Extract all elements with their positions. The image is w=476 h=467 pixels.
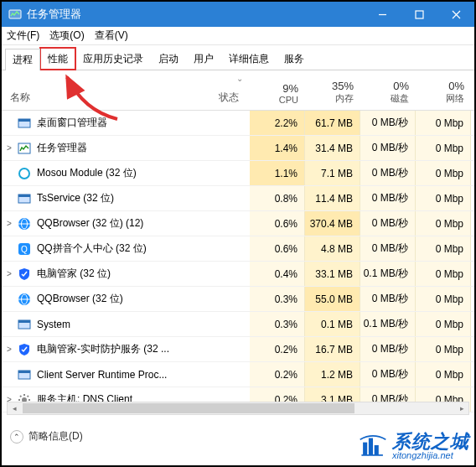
net-pct: 0% xyxy=(416,80,464,92)
mem-cell: 1.2 MB xyxy=(305,362,360,387)
mem-cell: 61.7 MB xyxy=(305,111,360,135)
net-cell: 0 Mbp xyxy=(416,337,471,361)
table-row[interactable]: Client Server Runtime Proc...0.2%1.2 MB0… xyxy=(2,362,474,387)
col-network[interactable]: 0% 网络 xyxy=(416,76,471,110)
table-row[interactable]: >QQBrowser (32 位) (12)0.6%370.4 MB0 MB/秒… xyxy=(2,211,474,236)
menu-view[interactable]: 查看(V) xyxy=(95,29,128,43)
process-icon xyxy=(17,292,32,307)
svg-text:Q: Q xyxy=(21,245,28,254)
process-name: TsService (32 位) xyxy=(37,191,114,205)
table-row[interactable]: QQBrowser (32 位)0.3%55.0 MB0 MB/秒0 Mbp xyxy=(2,287,474,312)
disk-cell: 0 MB/秒 xyxy=(360,161,416,185)
horizontal-scrollbar[interactable]: ◂ ▸ xyxy=(7,402,469,415)
expand-toggle[interactable]: > xyxy=(2,345,17,354)
cpu-cell: 1.4% xyxy=(250,136,305,160)
taskmanager-icon xyxy=(8,8,22,21)
svg-rect-4 xyxy=(18,119,30,122)
watermark-logo-icon xyxy=(359,431,387,462)
net-cell: 0 Mbp xyxy=(416,312,471,336)
col-name[interactable]: 名称 xyxy=(2,70,208,110)
cpu-cell: 0.6% xyxy=(250,236,305,261)
table-row[interactable]: >电脑管家 (32 位)0.4%33.1 MB0.1 MB/秒0 Mbp xyxy=(2,262,474,287)
mem-cell: 370.4 MB xyxy=(305,211,360,236)
mem-cell: 55.0 MB xyxy=(305,287,360,311)
process-icon: Q xyxy=(17,241,32,257)
mem-cell: 7.1 MB xyxy=(305,161,360,185)
close-button[interactable] xyxy=(437,2,474,27)
cpu-cell: 2.2% xyxy=(250,111,305,135)
process-name: QQBrowser (32 位) xyxy=(37,292,123,306)
titlebar: 任务管理器 xyxy=(2,2,474,27)
net-label: 网络 xyxy=(416,92,464,105)
scroll-thumb[interactable] xyxy=(23,403,354,413)
cpu-label: CPU xyxy=(250,95,298,105)
tab-details[interactable]: 详细信息 xyxy=(221,48,277,70)
mem-label: 内存 xyxy=(305,92,354,105)
table-row[interactable]: TsService (32 位)0.8%11.4 MB0 MB/秒0 Mbp xyxy=(2,186,474,211)
table-row[interactable]: System0.3%0.1 MB0.1 MB/秒0 Mbp xyxy=(2,312,474,337)
table-row[interactable]: >电脑管家-实时防护服务 (32 ...0.2%16.7 MB0 MB/秒0 M… xyxy=(2,337,474,362)
cpu-cell: 0.6% xyxy=(250,211,305,236)
process-name-cell: 电脑管家-实时防护服务 (32 ... xyxy=(17,342,208,357)
mem-cell: 31.4 MB xyxy=(305,136,360,160)
process-name-cell: Mosou Module (32 位) xyxy=(17,166,208,181)
process-name-cell: QQBrowser (32 位) xyxy=(17,292,208,307)
disk-cell: 0 MB/秒 xyxy=(360,111,416,135)
mem-cell: 11.4 MB xyxy=(305,186,360,210)
net-cell: 0 Mbp xyxy=(416,236,471,261)
process-name-cell: 电脑管家 (32 位) xyxy=(17,267,208,282)
process-name: QQ拼音个人中心 (32 位) xyxy=(37,241,147,256)
disk-pct: 0% xyxy=(360,80,409,92)
menu-options[interactable]: 选项(O) xyxy=(49,29,84,43)
tab-processes[interactable]: 进程 xyxy=(5,49,40,70)
col-memory[interactable]: 35% 内存 xyxy=(305,76,360,110)
tab-services[interactable]: 服务 xyxy=(277,48,312,70)
cpu-pct: 9% xyxy=(250,82,298,95)
table-row[interactable]: QQQ拼音个人中心 (32 位)0.6%4.8 MB0 MB/秒0 Mbp xyxy=(2,236,474,262)
collapse-icon[interactable]: ⌃ xyxy=(10,430,23,444)
table-row[interactable]: 桌面窗口管理器2.2%61.7 MB0 MB/秒0 Mbp xyxy=(2,111,474,136)
minimize-button[interactable] xyxy=(364,2,401,27)
svg-rect-22 xyxy=(375,445,379,455)
tab-app-history[interactable]: 应用历史记录 xyxy=(75,48,151,70)
process-name-cell: Client Server Runtime Proc... xyxy=(17,367,208,382)
process-name: QQBrowser (32 位) (12) xyxy=(37,216,143,231)
disk-cell: 0 MB/秒 xyxy=(360,186,416,210)
process-icon xyxy=(17,166,32,181)
disk-cell: 0 MB/秒 xyxy=(360,337,416,361)
col-status[interactable]: 状态 xyxy=(208,91,250,110)
disk-cell: 0.1 MB/秒 xyxy=(360,312,416,336)
expand-toggle[interactable]: > xyxy=(2,143,17,153)
process-name: 电脑管家 (32 位) xyxy=(37,267,111,281)
col-cpu[interactable]: 9% CPU xyxy=(250,79,305,110)
scroll-right-button[interactable]: ▸ xyxy=(455,402,468,414)
brief-info-link[interactable]: 简略信息(D) xyxy=(28,429,83,444)
process-icon xyxy=(17,342,32,357)
col-disk[interactable]: 0% 磁盘 xyxy=(360,76,416,110)
tab-users[interactable]: 用户 xyxy=(186,48,221,70)
process-icon xyxy=(17,191,32,206)
expand-toggle[interactable]: > xyxy=(2,219,17,228)
process-name: 桌面窗口管理器 xyxy=(37,116,107,130)
table-row[interactable]: Mosou Module (32 位)1.1%7.1 MB0 MB/秒0 Mbp xyxy=(2,161,474,186)
cpu-cell: 0.3% xyxy=(250,312,305,336)
disk-cell: 0 MB/秒 xyxy=(360,287,416,311)
process-list: 桌面窗口管理器2.2%61.7 MB0 MB/秒0 Mbp>任务管理器1.4%3… xyxy=(2,111,474,417)
process-name-cell: QQBrowser (32 位) (12) xyxy=(17,216,208,231)
menu-file[interactable]: 文件(F) xyxy=(7,29,39,43)
cpu-cell: 0.4% xyxy=(250,262,305,286)
mem-cell: 0.1 MB xyxy=(305,312,360,336)
maximize-button[interactable] xyxy=(401,2,437,27)
disk-cell: 0 MB/秒 xyxy=(360,136,416,160)
table-row[interactable]: >任务管理器1.4%31.4 MB0 MB/秒0 Mbp xyxy=(2,136,474,161)
process-name: Client Server Runtime Proc... xyxy=(37,369,167,381)
net-cell: 0 Mbp xyxy=(416,186,471,210)
process-icon xyxy=(17,116,32,131)
expand-toggle[interactable]: > xyxy=(2,269,17,278)
scroll-left-button[interactable]: ◂ xyxy=(8,402,21,414)
disk-cell: 0 MB/秒 xyxy=(360,362,416,387)
tab-performance[interactable]: 性能 xyxy=(40,48,75,70)
tab-startup[interactable]: 启动 xyxy=(151,48,186,70)
footer: ⌃ 简略信息(D) xyxy=(10,429,83,444)
column-headers: ⌄ 名称 状态 9% CPU 35% 内存 0% 磁盘 0% 网络 xyxy=(2,70,474,111)
